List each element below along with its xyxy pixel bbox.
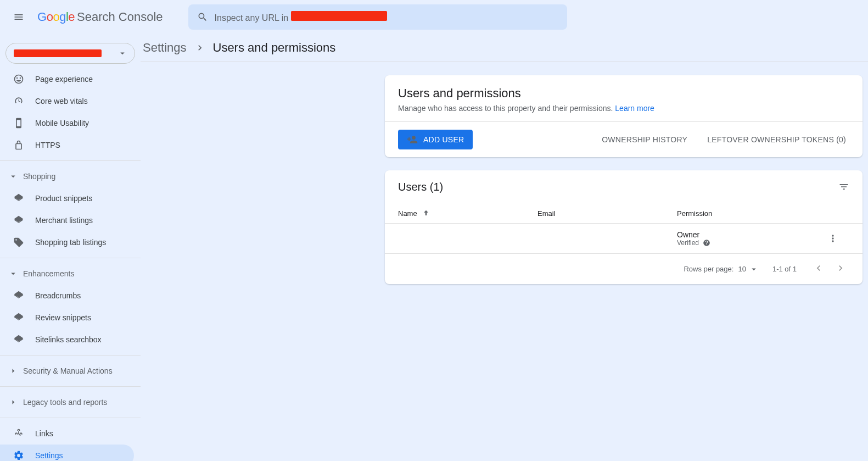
layers-icon <box>13 290 24 301</box>
redacted-property-name <box>291 11 387 21</box>
product-logo[interactable]: Google Search Console <box>37 10 163 24</box>
sidebar: Page experience Core web vitals Mobile U… <box>0 34 141 461</box>
users-permissions-card: Users and permissions Manage who has acc… <box>385 75 863 157</box>
row-more-button[interactable] <box>816 233 849 244</box>
layers-icon <box>13 193 24 204</box>
url-inspect-search[interactable]: Inspect any URL in <box>188 4 567 30</box>
filter-button[interactable] <box>838 180 849 193</box>
col-name-header[interactable]: Name <box>398 209 537 218</box>
col-email-header[interactable]: Email <box>537 209 677 218</box>
card-title: Users and permissions <box>398 86 849 101</box>
sort-asc-icon <box>421 209 432 218</box>
leftover-tokens-button[interactable]: LEFTOVER OWNERSHIP TOKENS (0) <box>704 135 849 145</box>
chevron-down-icon <box>8 269 19 279</box>
chevron-down-icon <box>8 171 19 181</box>
ownership-history-button[interactable]: OWNERSHIP HISTORY <box>598 135 691 145</box>
links-icon <box>13 428 24 439</box>
sidebar-section-security[interactable]: Security & Manual Actions <box>0 360 141 382</box>
layers-icon <box>13 215 24 226</box>
settings-icon <box>13 450 24 461</box>
page-experience-icon <box>13 74 24 85</box>
sidebar-item-links[interactable]: Links <box>0 423 134 445</box>
pager-next-button[interactable] <box>832 259 849 279</box>
chevron-right-icon <box>8 366 19 376</box>
mobile-icon <box>13 118 24 129</box>
chevron-down-icon <box>117 48 128 58</box>
layers-icon <box>13 312 24 323</box>
property-selector[interactable] <box>5 43 135 64</box>
breadcrumb: Settings Users and permissions <box>141 34 868 62</box>
lock-icon <box>13 140 24 151</box>
google-logo-text: Google <box>37 10 75 24</box>
layers-icon <box>13 334 24 345</box>
help-icon[interactable] <box>701 239 712 247</box>
product-name: Search Console <box>77 10 163 24</box>
sidebar-item-review-snippets[interactable]: Review snippets <box>0 307 134 329</box>
sidebar-item-merchant-listings[interactable]: Merchant listings <box>0 209 134 231</box>
sidebar-section-legacy[interactable]: Legacy tools and reports <box>0 391 141 413</box>
search-placeholder: Inspect any URL in <box>215 11 387 23</box>
sidebar-item-breadcrumbs[interactable]: Breadcrumbs <box>0 285 134 307</box>
redacted-property-name <box>14 49 102 57</box>
menu-icon <box>13 10 24 24</box>
table-header: Name Email Permission <box>385 203 863 224</box>
main-content: Settings Users and permissions Users and… <box>141 34 868 461</box>
table-title: Users (1) <box>398 181 443 193</box>
permission-sub: Verified <box>677 239 816 247</box>
sidebar-item-sitelinks-searchbox[interactable]: Sitelinks searchbox <box>0 329 134 351</box>
learn-more-link[interactable]: Learn more <box>615 104 654 113</box>
rows-per-page-label: Rows per page: <box>684 265 733 273</box>
chevron-right-icon <box>194 42 205 53</box>
speed-icon <box>13 96 24 107</box>
users-table-card: Users (1) Name Email Permission <box>385 170 863 284</box>
chevron-right-icon <box>8 397 19 407</box>
sidebar-item-page-experience[interactable]: Page experience <box>0 68 134 90</box>
rows-per-page-select[interactable]: 10 <box>738 264 759 274</box>
search-icon <box>197 11 208 23</box>
permission-value: Owner <box>677 230 816 239</box>
col-permission-header[interactable]: Permission <box>677 209 816 218</box>
sidebar-item-mobile-usability[interactable]: Mobile Usability <box>0 112 134 134</box>
filter-icon <box>838 180 849 193</box>
sidebar-item-settings[interactable]: Settings <box>0 445 134 461</box>
table-pager: Rows per page: 10 1-1 of 1 <box>385 254 863 284</box>
table-row[interactable]: Owner Verified <box>385 224 863 254</box>
sidebar-item-product-snippets[interactable]: Product snippets <box>0 187 134 209</box>
sidebar-item-https[interactable]: HTTPS <box>0 134 134 156</box>
pager-range: 1-1 of 1 <box>772 265 797 273</box>
card-subtitle: Manage who has access to this property a… <box>398 104 849 113</box>
more-vert-icon <box>827 233 838 244</box>
breadcrumb-current: Users and permissions <box>213 41 336 55</box>
sidebar-item-shopping-tab-listings[interactable]: Shopping tab listings <box>0 231 134 253</box>
sidebar-section-shopping[interactable]: Shopping <box>0 165 141 187</box>
add-user-button[interactable]: ADD USER <box>398 130 473 149</box>
tag-icon <box>13 237 24 248</box>
person-add-icon <box>407 134 418 145</box>
sidebar-item-core-web-vitals[interactable]: Core web vitals <box>0 90 134 112</box>
pager-prev-button[interactable] <box>810 259 827 279</box>
sidebar-section-enhancements[interactable]: Enhancements <box>0 263 141 285</box>
chevron-down-icon <box>748 264 759 274</box>
main-menu-button[interactable] <box>9 6 29 28</box>
breadcrumb-parent[interactable]: Settings <box>143 41 187 55</box>
